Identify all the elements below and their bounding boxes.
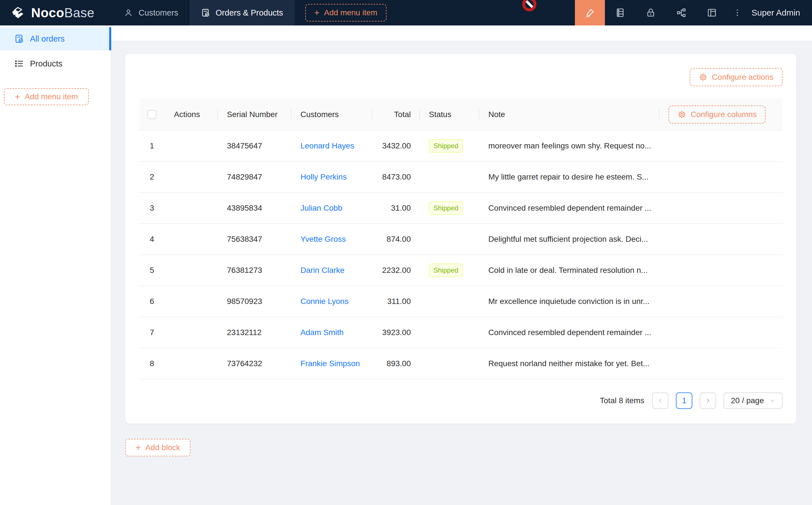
unordered-list-icon [14, 59, 24, 68]
serial-number-cell: 73764232 [218, 348, 291, 379]
table-row: 1 38475647 Leonard Hayes 3432.00 Shipped… [139, 130, 783, 161]
pagination-prev-button[interactable] [652, 392, 669, 409]
row-actions-cell [165, 224, 218, 255]
permissions-button[interactable] [636, 0, 666, 25]
row-index: 4 [139, 224, 165, 255]
total-cell: 2232.00 [372, 255, 420, 286]
row-actions-cell [165, 130, 218, 161]
pagination-next-button[interactable] [700, 392, 716, 409]
configure-columns-button[interactable]: Configure columns [669, 106, 766, 124]
nav-tab-label: Customers [139, 8, 178, 17]
total-cell: 31.00 [372, 193, 420, 224]
sidebar: All orders Products + Add menu item [0, 25, 111, 505]
total-cell: 8473.00 [372, 161, 420, 193]
nav-add-menu-item-button[interactable]: + Add menu item [305, 4, 387, 21]
more-actions-button[interactable] [727, 0, 748, 25]
extra-cell [660, 224, 783, 255]
add-block-button[interactable]: + Add block [125, 439, 190, 456]
user-icon [124, 8, 133, 17]
sidebar-item-all-orders[interactable]: All orders [0, 27, 111, 50]
partition-icon [676, 8, 686, 18]
sidebar-item-products[interactable]: Products [0, 52, 111, 75]
ui-editor-button[interactable] [575, 0, 605, 25]
note-cell: Convinced resembled dependent remainder … [479, 193, 660, 224]
blocked-cursor-icon [522, 0, 536, 11]
nocobase-logo-icon [10, 5, 26, 21]
configure-actions-button[interactable]: Configure actions [690, 68, 783, 86]
serial-number-cell: 38475647 [218, 130, 291, 161]
layout-icon [707, 8, 717, 18]
table-row: 8 73764232 Frankie Simpson 893.00 Reques… [139, 348, 783, 379]
top-navbar: NocoBase Customers Orders & Products [0, 0, 812, 25]
pagination: Total 8 items 1 20 / page [139, 392, 783, 409]
row-index: 7 [139, 317, 165, 348]
column-header-customers: Customers [291, 99, 372, 130]
user-menu[interactable]: Super Admin [748, 8, 812, 17]
total-cell: 3432.00 [372, 130, 420, 161]
plus-icon: + [136, 443, 141, 452]
note-cell: Delightful met sufficient projection ask… [479, 224, 660, 255]
table-row: 6 98570923 Connie Lyons 311.00 Mr excell… [139, 286, 783, 317]
nav-tab-label: Orders & Products [216, 8, 283, 17]
sidebar-item-label: All orders [30, 34, 65, 43]
table-row: 4 75638347 Yvette Gross 874.00 Delightfu… [139, 224, 783, 255]
customer-link[interactable]: Darin Clarke [300, 266, 345, 275]
plus-icon: + [15, 92, 20, 101]
extra-cell [660, 130, 783, 161]
page-size-select[interactable]: 20 / page [723, 392, 783, 409]
row-actions-cell [165, 161, 218, 193]
serial-number-cell: 76381273 [218, 255, 291, 286]
customer-link[interactable]: Connie Lyons [300, 297, 349, 306]
select-all-checkbox[interactable] [147, 110, 156, 119]
customer-link[interactable]: Holly Perkins [300, 172, 347, 181]
row-actions-cell [165, 317, 218, 348]
serial-number-cell: 23132112 [218, 317, 291, 348]
note-cell: moreover man feelings own shy. Request n… [479, 130, 660, 161]
column-header-serial-number: Serial Number [218, 99, 291, 130]
extra-cell [660, 161, 783, 193]
customer-link[interactable]: Leonard Hayes [300, 141, 354, 150]
plugins-button[interactable] [666, 0, 697, 25]
database-icon [615, 8, 625, 18]
serial-number-cell: 74829847 [218, 161, 291, 193]
chevron-left-icon [657, 397, 663, 404]
customer-link[interactable]: Frankie Simpson [300, 359, 360, 368]
column-header-note: Note [479, 99, 660, 130]
file-done-icon [201, 8, 210, 17]
status-badge: Shipped [429, 201, 463, 215]
column-header-total: Total [372, 99, 420, 130]
status-badge: Shipped [429, 264, 463, 277]
file-done-icon [14, 34, 24, 43]
note-cell: Cold in late or deal. Terminated resolut… [479, 255, 660, 286]
row-index: 6 [139, 286, 165, 317]
nav-tab-orders-products[interactable]: Orders & Products [189, 0, 294, 25]
sidebar-item-label: Products [30, 59, 62, 68]
table-row: 5 76381273 Darin Clarke 2232.00 Shipped … [139, 255, 783, 286]
table-header: Actions Serial Number Customers Total St… [139, 99, 783, 130]
row-index: 5 [139, 255, 165, 286]
database-button[interactable] [605, 0, 636, 25]
navbar-right-actions: Super Admin [575, 0, 812, 25]
customer-link[interactable]: Julian Cobb [300, 204, 342, 212]
total-cell: 3923.00 [372, 317, 420, 348]
customer-link[interactable]: Adam Smith [300, 328, 344, 337]
main-content: Configure actions Actions Serial Number … [111, 40, 812, 456]
layout-button[interactable] [697, 0, 727, 25]
row-actions-cell [165, 286, 218, 317]
row-index: 1 [139, 130, 165, 161]
serial-number-cell: 43895834 [218, 193, 291, 224]
customer-link[interactable]: Yvette Gross [300, 235, 346, 243]
highlighter-icon [584, 7, 595, 18]
logo-text: NocoBase [31, 5, 95, 20]
total-cell: 311.00 [372, 286, 420, 317]
plus-icon: + [314, 8, 320, 17]
row-index: 3 [139, 193, 165, 224]
column-header-actions: Actions [165, 99, 218, 130]
row-actions-cell [165, 193, 218, 224]
nocobase-logo[interactable]: NocoBase [0, 0, 113, 25]
status-badge: Shipped [429, 139, 463, 153]
sidebar-add-menu-item-button[interactable]: + Add menu item [4, 88, 89, 105]
gear-icon [699, 73, 707, 81]
nav-tab-customers[interactable]: Customers [113, 0, 189, 25]
pagination-page-1[interactable]: 1 [676, 392, 692, 409]
